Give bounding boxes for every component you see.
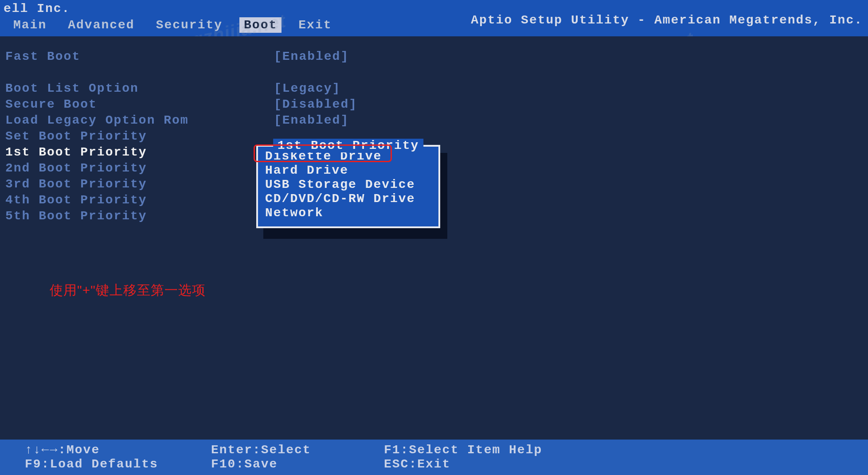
utility-title: Aptio Setup Utility - American Megatrend…: [471, 13, 863, 27]
option-set-priority[interactable]: Set Boot Priority: [4, 128, 864, 144]
tab-exit[interactable]: Exit: [294, 17, 336, 33]
option-label: Set Boot Priority: [4, 128, 274, 144]
option-label: Load Legacy Option Rom: [4, 113, 274, 128]
option-label: 1st Boot Priority: [4, 144, 274, 160]
boot-priority-popup: 1st Boot Priority Diskette Drive Hard Dr…: [256, 145, 440, 228]
popup-item-cd[interactable]: CD/DVD/CD-RW Drive: [258, 192, 438, 206]
option-secure-boot[interactable]: Secure Boot [Disabled]: [4, 97, 864, 113]
tab-security[interactable]: Security: [152, 17, 227, 33]
option-label: 3rd Boot Priority: [4, 176, 274, 192]
option-value: [Disabled]: [274, 97, 357, 113]
option-boot-list[interactable]: Boot List Option [Legacy]: [4, 81, 864, 97]
option-label: 5th Boot Priority: [4, 208, 274, 224]
option-label: 4th Boot Priority: [4, 192, 274, 208]
hint-move: ↑↓←→:Move: [25, 443, 211, 457]
tab-boot[interactable]: Boot: [239, 17, 282, 33]
footer-bar: ↑↓←→:Move Enter:Select F1:Select Item He…: [0, 440, 868, 475]
hint-enter: Enter:Select: [211, 443, 384, 457]
option-label: Secure Boot: [4, 97, 274, 113]
tab-main[interactable]: Main: [9, 17, 51, 33]
hint-f10: F10:Save: [211, 457, 384, 471]
popup-title: 1st Boot Priority: [273, 139, 424, 152]
content-area: Fast Boot [Enabled] Boot List Option [Le…: [0, 36, 868, 435]
annotation-text: 使用"+"键上移至第一选项: [50, 281, 206, 300]
header-bar: ell Inc. Aptio Setup Utility - American …: [0, 0, 868, 36]
option-load-legacy[interactable]: Load Legacy Option Rom [Enabled]: [4, 113, 864, 128]
option-label: Fast Boot: [4, 49, 274, 65]
option-value: [Enabled]: [274, 113, 349, 128]
hint-f9: F9:Load Defaults: [25, 457, 211, 471]
popup-item-hard-drive[interactable]: Hard Drive: [258, 164, 438, 178]
tab-advanced[interactable]: Advanced: [63, 17, 139, 33]
option-label: Boot List Option: [4, 81, 274, 97]
bios-screen: 系统之家原创www.xitongzhijia.net 系统之家原创www.xit…: [0, 0, 868, 475]
hint-f1: F1:Select Item Help: [384, 443, 542, 457]
option-label: 2nd Boot Priority: [4, 160, 274, 176]
hint-esc: ESC:Exit: [384, 457, 450, 471]
popup-item-usb[interactable]: USB Storage Device: [258, 178, 438, 192]
option-value: [Enabled]: [274, 49, 349, 65]
option-value: [Legacy]: [274, 81, 340, 97]
option-fast-boot[interactable]: Fast Boot [Enabled]: [4, 49, 864, 65]
popup-item-network[interactable]: Network: [258, 206, 438, 220]
